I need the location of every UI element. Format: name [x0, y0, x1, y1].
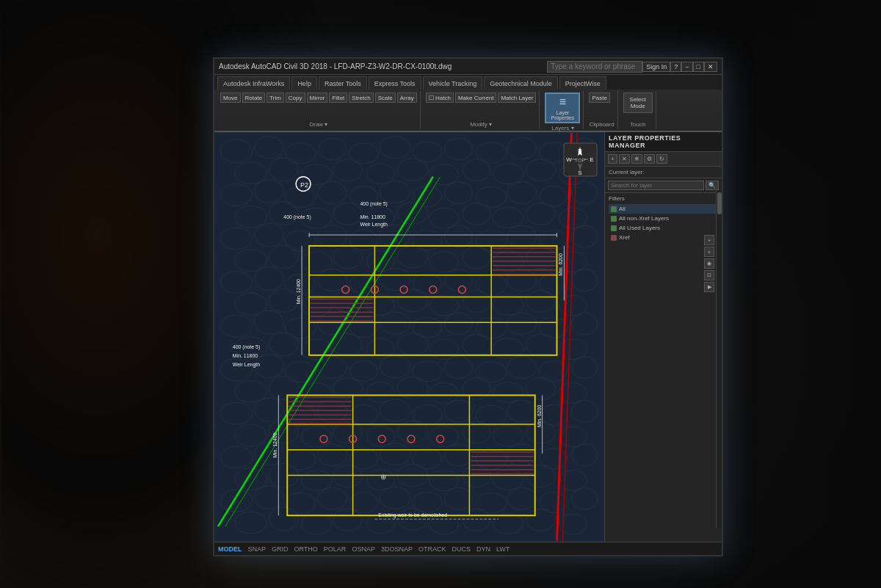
osnap-indicator[interactable]: OSNAP	[352, 545, 375, 553]
layer-search-button[interactable]: 🔍	[706, 181, 719, 190]
svg-text:Min. 12400: Min. 12400	[272, 432, 278, 457]
layer-side-tools: + × ◉ ⊡ ▶	[704, 235, 714, 292]
tool-2[interactable]: ×	[704, 247, 714, 257]
select-mode-button[interactable]: Select Mode	[623, 92, 653, 113]
layer-properties-button[interactable]: ≡ LayerProperties	[545, 92, 580, 123]
fillet-button[interactable]: Fillet	[329, 92, 347, 103]
filter-all[interactable]: All	[609, 204, 718, 214]
filter-xref[interactable]: Xref	[609, 233, 718, 242]
svg-text:W: W	[566, 156, 572, 163]
new-layer-btn[interactable]: +	[608, 154, 617, 164]
tool-3[interactable]: ◉	[704, 258, 714, 269]
svg-text:TOP: TOP	[575, 158, 586, 163]
tool-5[interactable]: ▶	[704, 282, 714, 292]
svg-text:Min. 11800: Min. 11800	[360, 214, 385, 219]
mirror-button[interactable]: Mirror	[307, 92, 328, 103]
make-current-button[interactable]: Make Current	[455, 92, 496, 103]
ortho-indicator[interactable]: ORTHO	[294, 545, 318, 553]
scale-button[interactable]: Scale	[375, 92, 396, 103]
stretch-button[interactable]: Stretch	[349, 92, 373, 103]
draw-label: Draw ▾	[220, 120, 417, 128]
svg-text:⊕: ⊕	[380, 473, 386, 481]
layer-scrollbar[interactable]	[716, 191, 722, 529]
tab-geo[interactable]: Geotechnical Module	[484, 76, 558, 90]
ribbon-group-draw: Move Rotate Trim Copy Mirror Fillet Stre…	[217, 91, 421, 129]
ribbon-tabs: Autodesk InfraWorks Help Raster Tools Ex…	[214, 75, 722, 90]
filter-xref-label: Xref	[619, 234, 630, 241]
ribbon-group-clipboard: Paste Clipboard	[586, 91, 617, 129]
minimize-button[interactable]: −	[681, 62, 692, 72]
dyn-indicator[interactable]: DYN	[476, 545, 490, 553]
tab-raster[interactable]: Raster Tools	[319, 76, 367, 90]
svg-text:Min. 6200: Min. 6200	[558, 253, 563, 276]
current-layer-row: Current layer:	[605, 167, 722, 178]
delete-layer-btn[interactable]: ✕	[619, 154, 630, 164]
move-button[interactable]: Move	[220, 92, 241, 103]
layer-settings-btn[interactable]: ⚙	[644, 154, 655, 164]
scrollbar-thumb[interactable]	[717, 192, 722, 214]
tab-help[interactable]: Help	[291, 76, 317, 90]
freeze-layer-btn[interactable]: ❄	[631, 154, 642, 164]
trim-button[interactable]: Trim	[267, 92, 284, 103]
compass-rose: N S W E TOP	[560, 139, 597, 176]
layers-label: Layers ▾	[545, 123, 580, 131]
ribbon-group-touch: Select Mode Touch	[620, 91, 656, 129]
layer-panel-title: LAYER PROPERTIES MANAGER	[605, 132, 722, 152]
filter-non-xref-label: All non-Xref Layers	[619, 215, 669, 222]
svg-text:400 (note 5): 400 (note 5)	[360, 201, 388, 207]
drawing-area[interactable]: − □ ✕	[214, 132, 722, 542]
draw-tools: Move Rotate Trim Copy Mirror Fillet Stre…	[220, 92, 417, 103]
modify-tools: ☐ Hatch Make Current Match Layer	[426, 92, 537, 103]
maximize-button[interactable]: □	[693, 62, 704, 72]
ducs-indicator[interactable]: DUCS	[452, 545, 471, 553]
app-title: Autodesk AutoCAD Civil 3D 2018 - LFD-ARP…	[219, 62, 547, 70]
svg-text:400 (note 5): 400 (note 5)	[233, 344, 260, 350]
layer-search-row: 🔍	[605, 178, 722, 193]
layer-search-input[interactable]	[608, 181, 704, 190]
svg-text:Min. 11800: Min. 11800	[233, 353, 258, 358]
tab-vehicle[interactable]: Vehicle Tracking	[423, 76, 483, 90]
layer-properties-panel: LAYER PROPERTIES MANAGER + ✕ ❄ ⚙ ↻ Curre…	[604, 132, 722, 542]
otrack-indicator[interactable]: OTRACK	[418, 545, 446, 553]
ribbon: Autodesk InfraWorks Help Raster Tools Ex…	[214, 75, 722, 132]
tool-4[interactable]: ⊡	[704, 270, 714, 280]
lwt-indicator[interactable]: LWT	[496, 545, 510, 553]
tab-projectwise[interactable]: ProjectWise	[559, 76, 606, 90]
model-indicator: MODEL	[218, 545, 242, 553]
snap-indicator[interactable]: SNAP	[248, 545, 267, 553]
close-button[interactable]: ✕	[704, 62, 717, 72]
polar-indicator[interactable]: POLAR	[324, 545, 347, 553]
cad-drawing[interactable]: P2 400 (note 5) 400 (note 5) Min. 11800 …	[214, 132, 604, 542]
right-background	[697, 0, 881, 588]
keyword-search[interactable]	[547, 61, 642, 73]
rotate-button[interactable]: Rotate	[242, 92, 266, 103]
refresh-btn[interactable]: ↻	[656, 154, 667, 164]
monitor-screen: Autodesk AutoCAD Civil 3D 2018 - LFD-ARP…	[213, 57, 723, 556]
copy-button[interactable]: Copy	[286, 92, 305, 103]
array-button[interactable]: Array	[397, 92, 417, 103]
grid-indicator[interactable]: GRID	[272, 545, 289, 553]
filter-non-xref[interactable]: All non-Xref Layers	[609, 214, 718, 223]
svg-text:Weir Length: Weir Length	[360, 222, 388, 228]
match-layer-button[interactable]: Match Layer	[498, 92, 536, 103]
tab-express[interactable]: Express Tools	[369, 76, 421, 90]
svg-text:Weir Length: Weir Length	[233, 362, 260, 368]
sign-in-button[interactable]: Sign In	[642, 62, 670, 72]
paste-button[interactable]: Paste	[589, 92, 609, 103]
layer-toolbar: + ✕ ❄ ⚙ ↻	[605, 152, 722, 167]
filter-all-label: All	[619, 206, 626, 212]
filter-used[interactable]: All Used Layers	[609, 223, 718, 233]
clipboard-label: Clipboard	[589, 120, 614, 128]
tool-1[interactable]: +	[704, 235, 714, 245]
svg-text:Min. 12400: Min. 12400	[296, 279, 301, 304]
status-bar: MODEL SNAP GRID ORTHO POLAR OSNAP 3DOSNA…	[214, 542, 722, 555]
ribbon-group-layers: ≡ LayerProperties Layers ▾	[542, 91, 584, 129]
touch-label: Touch	[623, 120, 653, 128]
title-bar: Autodesk AutoCAD Civil 3D 2018 - LFD-ARP…	[214, 59, 722, 75]
hatch-button[interactable]: ☐ Hatch	[426, 92, 454, 103]
modify-label: Modify ▾	[426, 120, 537, 128]
tab-infraworks[interactable]: Autodesk InfraWorks	[217, 76, 290, 90]
help-button[interactable]: ?	[670, 62, 681, 72]
3dosnap-indicator[interactable]: 3DOSNAP	[381, 545, 413, 553]
svg-text:Min. 6200: Min. 6200	[537, 404, 542, 427]
